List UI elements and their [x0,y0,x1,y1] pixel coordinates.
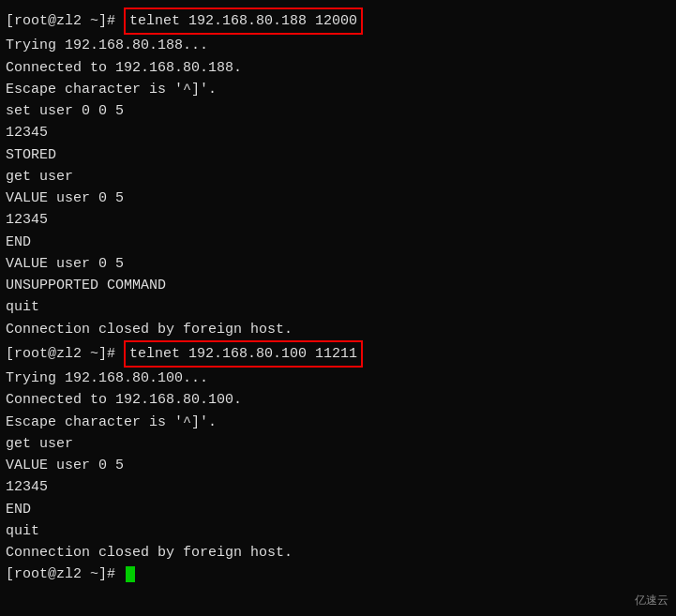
terminal-line: Connection closed by foreign host. [6,542,670,563]
terminal-line: Connected to 192.168.80.100. [6,389,670,411]
output-text: Trying 192.168.80.100... [6,368,208,389]
output-text: VALUE user 0 5 [6,188,124,209]
output-text: Trying 192.168.80.188... [6,35,208,56]
output-text: Connected to 192.168.80.188. [6,57,242,79]
cursor [126,566,135,582]
output-text: VALUE user 0 5 [6,455,124,476]
output-text: VALUE user 0 5 [6,253,124,275]
output-text: 12345 [6,476,48,498]
output-text: END [6,232,31,253]
terminal-line: get user [6,433,670,455]
terminal-line: VALUE user 0 5 [6,253,670,275]
terminal-line: Escape character is '^]'. [6,412,670,433]
command-text: telnet 192.168.80.188 12000 [124,8,363,35]
prompt: [root@zl2 ~]# [6,343,124,365]
terminal-line: quit [6,520,670,542]
terminal-line: [root@zl2 ~]# telnet 192.168.80.100 1121… [6,340,670,368]
terminal-window: [root@zl2 ~]# telnet 192.168.80.188 1200… [0,0,676,616]
prompt: [root@zl2 ~]# [6,563,124,585]
terminal-line: [root@zl2 ~]# telnet 192.168.80.188 1200… [6,8,670,35]
terminal-line: STORED [6,144,670,166]
terminal-line: VALUE user 0 5 [6,455,670,476]
output-text: Connection closed by foreign host. [6,319,293,340]
terminal-line: set user 0 0 5 [6,100,670,122]
output-text: Connection closed by foreign host. [6,542,293,563]
output-text: set user 0 0 5 [6,100,124,122]
output-text: quit [6,520,39,542]
output-text: get user [6,433,73,455]
command-text: telnet 192.168.80.100 11211 [124,340,363,368]
prompt: [root@zl2 ~]# [6,10,124,32]
output-text: Connected to 192.168.80.100. [6,389,242,411]
terminal-line: UNSUPPORTED COMMAND [6,275,670,296]
output-text: 12345 [6,209,48,231]
terminal-line: Trying 192.168.80.188... [6,35,670,56]
terminal-line: Connected to 192.168.80.188. [6,57,670,79]
output-text: 12345 [6,122,48,143]
output-text: END [6,499,31,520]
terminal-line: [root@zl2 ~]# [6,563,670,585]
terminal-line: Trying 192.168.80.100... [6,368,670,389]
terminal-line: Escape character is '^]'. [6,79,670,100]
terminal-line: quit [6,296,670,318]
output-text: quit [6,296,39,318]
terminal-line: 12345 [6,122,670,143]
terminal-line: END [6,499,670,520]
terminal-line: 12345 [6,209,670,231]
terminal-line: 12345 [6,476,670,498]
output-text: UNSUPPORTED COMMAND [6,275,166,296]
terminal-line: Connection closed by foreign host. [6,319,670,340]
output-text: Escape character is '^]'. [6,412,217,433]
output-text: STORED [6,144,56,166]
output-text: Escape character is '^]'. [6,79,217,100]
output-text: get user [6,166,73,188]
terminal-line: VALUE user 0 5 [6,188,670,209]
terminal-line: END [6,232,670,253]
terminal-line: get user [6,166,670,188]
watermark: 亿速云 [635,593,668,608]
